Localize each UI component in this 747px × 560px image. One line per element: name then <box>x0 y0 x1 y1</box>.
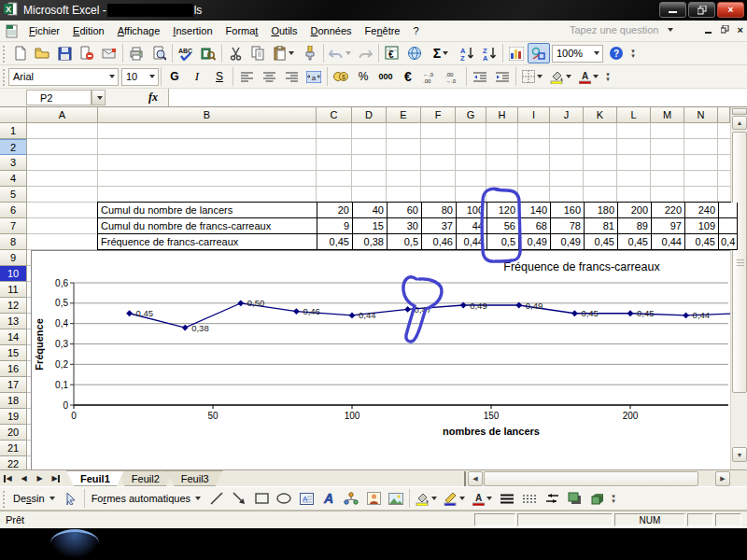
shadow-style-icon[interactable] <box>563 488 585 509</box>
row-header-5[interactable]: 5 <box>0 187 27 203</box>
column-header-N[interactable]: N <box>684 107 718 123</box>
table-value-cell[interactable]: 0,45 <box>618 234 652 250</box>
fill-color-icon[interactable] <box>412 488 440 509</box>
worksheet-grid[interactable]: ABCDEFGHIJKLMN 1234567891011121314151617… <box>0 107 747 469</box>
rectangle-icon[interactable] <box>250 488 273 509</box>
open-folder-icon[interactable] <box>31 43 53 63</box>
table-value-cell[interactable]: 0,45 <box>685 234 719 250</box>
column-header-E[interactable]: E <box>387 107 421 123</box>
restore-button[interactable] <box>688 2 715 18</box>
clip-art-icon[interactable] <box>362 488 385 509</box>
table-value-cell[interactable]: 0,5 <box>487 234 519 250</box>
start-orb-icon[interactable] <box>50 529 99 557</box>
table-value-cell[interactable]: 109 <box>685 218 719 234</box>
research-icon[interactable] <box>197 43 219 63</box>
column-header-M[interactable]: M <box>651 107 684 123</box>
zoom-combo[interactable]: 100% <box>552 45 603 63</box>
table-value-cell[interactable]: 0,44 <box>652 234 685 250</box>
table-value-cell[interactable]: 0,49 <box>519 234 551 250</box>
row-header-9[interactable]: 9 <box>0 250 27 266</box>
cut-icon[interactable] <box>224 43 247 63</box>
table-value-cell[interactable]: 60 <box>388 203 422 218</box>
font-color-icon[interactable]: A <box>468 488 496 509</box>
spelling-icon[interactable]: ABC <box>175 43 197 63</box>
minimize-button[interactable] <box>659 2 686 18</box>
comma-style-button[interactable]: 000 <box>374 66 397 87</box>
menu-outils[interactable]: Outils <box>264 21 303 40</box>
menu-format[interactable]: Format <box>219 21 265 40</box>
permission-icon[interactable] <box>76 43 98 63</box>
column-header-H[interactable]: H <box>486 107 518 123</box>
menu-edition[interactable]: Edition <box>66 21 111 40</box>
table-overflow-cell[interactable] <box>719 203 738 218</box>
row-header-14[interactable]: 14 <box>0 329 27 345</box>
table-value-cell[interactable]: 97 <box>652 218 685 234</box>
toolbar-options-icon[interactable]: ▾▾ <box>608 488 619 509</box>
fill-color-icon[interactable] <box>546 66 574 87</box>
menu-donnes[interactable]: Données <box>304 21 359 40</box>
table-value-cell[interactable]: 0,45 <box>585 234 618 250</box>
chart-wizard-icon[interactable] <box>505 43 528 63</box>
euro-insert-icon[interactable]: € <box>381 43 403 63</box>
row-header-3[interactable]: 3 <box>0 155 27 171</box>
redo-icon[interactable] <box>354 43 376 63</box>
sheet-tab-feuil2[interactable]: Feuil2 <box>118 470 174 486</box>
table-label-cell[interactable]: Cumul du nombre de lancers <box>98 203 317 218</box>
menu-?[interactable]: ? <box>407 21 426 40</box>
table-value-cell[interactable]: 0,44 <box>457 234 487 250</box>
format-painter-icon[interactable] <box>299 43 321 63</box>
arrow-icon[interactable] <box>228 488 250 509</box>
row-header-12[interactable]: 12 <box>0 298 27 314</box>
table-value-cell[interactable]: 15 <box>353 218 388 234</box>
row-header-13[interactable]: 13 <box>0 314 27 329</box>
column-header-B[interactable]: B <box>98 107 317 123</box>
formes-automatiques-menu[interactable]: Formes automatiques <box>87 490 205 507</box>
underline-button[interactable]: S <box>208 66 231 87</box>
row-header-2[interactable]: 2 <box>0 139 27 155</box>
font-color-icon[interactable]: A <box>574 66 602 87</box>
bold-button[interactable]: G <box>163 66 186 87</box>
table-value-cell[interactable]: 200 <box>618 203 652 218</box>
help-icon[interactable]: ? <box>605 43 627 63</box>
column-header-A[interactable]: A <box>27 107 98 123</box>
table-value-cell[interactable]: 20 <box>317 203 353 218</box>
column-header-G[interactable]: G <box>456 107 486 123</box>
vertical-scrollbar[interactable]: ▲ ▼ <box>730 107 747 469</box>
doc-minimize-button[interactable] <box>705 24 712 35</box>
decrease-decimal-icon[interactable]: ,00→,0 <box>442 66 464 87</box>
next-sheet-button[interactable]: ▶ <box>32 471 48 485</box>
first-sheet-button[interactable]: ◀ <box>0 471 16 485</box>
scroll-down-button[interactable]: ▼ <box>732 447 747 462</box>
column-header-K[interactable]: K <box>584 107 617 123</box>
table-value-cell[interactable]: 78 <box>551 218 585 234</box>
row-header-19[interactable]: 19 <box>0 409 27 425</box>
merge-center-icon[interactable]: a <box>303 66 325 87</box>
sheet-tab-feuil1[interactable]: Feuil1 <box>66 470 124 486</box>
table-overflow-cell[interactable]: 0,4 <box>719 234 738 250</box>
print-icon[interactable] <box>125 43 148 63</box>
table-value-cell[interactable]: 40 <box>353 203 388 218</box>
menu-insertion[interactable]: Insertion <box>166 21 218 40</box>
dash-style-icon[interactable] <box>518 488 541 509</box>
row-header-1[interactable]: 1 <box>0 123 27 139</box>
font-name-combo[interactable]: Arial <box>8 68 119 86</box>
doc-restore-button[interactable] <box>721 24 729 35</box>
line-style-icon[interactable] <box>496 488 518 509</box>
table-value-cell[interactable]: 89 <box>618 218 652 234</box>
table-value-cell[interactable]: 180 <box>585 203 618 218</box>
table-value-cell[interactable]: 56 <box>487 218 519 234</box>
row-header-17[interactable]: 17 <box>0 377 27 393</box>
doc-close-button[interactable]: × <box>738 24 743 35</box>
insert-function-button[interactable]: fx <box>142 90 164 105</box>
table-value-cell[interactable]: 0,5 <box>388 234 422 250</box>
row-header-21[interactable]: 21 <box>0 441 27 456</box>
diagram-icon[interactable] <box>340 488 362 509</box>
euro-style-button[interactable]: € <box>397 66 419 87</box>
toolbar-options-icon[interactable]: ▾▾ <box>602 66 613 87</box>
align-center-icon[interactable] <box>258 66 280 87</box>
last-sheet-button[interactable]: ▶ <box>48 471 63 485</box>
increase-indent-icon[interactable] <box>491 66 514 87</box>
table-value-cell[interactable]: 0,46 <box>422 234 457 250</box>
menu-fentre[interactable]: Fenêtre <box>359 21 407 40</box>
table-value-cell[interactable]: 100 <box>457 203 487 218</box>
